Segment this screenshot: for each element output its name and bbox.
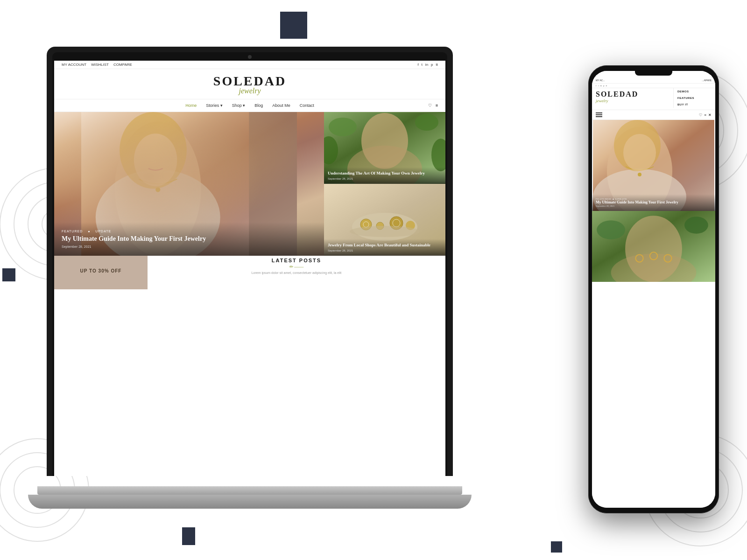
phone-screen: MY AC... ...APARE f t in p tt SOL <box>592 71 715 508</box>
phone-search-icon[interactable]: ✕ <box>708 113 712 117</box>
phone-side-svg <box>592 211 715 282</box>
phone-logo-main[interactable]: SOLEDAD <box>596 90 669 98</box>
twitter-icon[interactable]: t <box>422 63 423 67</box>
side-post-1-date: September 28, 2021 <box>328 177 442 180</box>
hero-main-post[interactable]: FEATURED ● UPDATE My Ultimate Guide Into… <box>54 112 324 256</box>
phone-fb-icon[interactable]: f <box>596 84 597 87</box>
phone-logo-area: SOLEDAD jewelry <box>592 88 673 105</box>
side-post-1-title: Understanding The Art Of Making Your Own… <box>328 171 442 176</box>
phone-topbar-left: MY AC... <box>596 79 605 82</box>
svg-point-45 <box>638 173 641 176</box>
menu-icon[interactable]: ≡ <box>436 103 438 108</box>
svg-rect-17 <box>182 527 195 545</box>
phone-badge-update: UPDATE <box>615 198 627 200</box>
promo-box[interactable]: UP TO 30% OFF <box>54 252 148 289</box>
phone-badge-featured: FEATURED <box>596 198 612 200</box>
phone-demos-link[interactable]: DEMOS <box>677 90 712 93</box>
phone-tt-icon[interactable]: tt <box>606 84 607 87</box>
nav-contact[interactable]: Contact <box>300 103 314 108</box>
topbar-social: f t in p tt <box>417 63 438 67</box>
side-post-2-overlay: Jewelry From Local Shops Are Beautiful a… <box>324 239 445 256</box>
latest-posts-section: LATEST POSTS ✏ —— Lorem ipsum dolor sit … <box>148 252 445 289</box>
topbar-compare[interactable]: COMPARE <box>113 63 132 67</box>
nav-blog[interactable]: Blog <box>254 103 263 108</box>
tiktok-icon[interactable]: tt <box>436 63 438 67</box>
edit-icon: ✏ —— <box>157 264 436 269</box>
site-header: SOLEDAD jewelry <box>54 69 445 99</box>
phone-hero-img[interactable]: FEATURED ● UPDATE My Ultimate Guide Into… <box>592 120 715 211</box>
wishlist-icon[interactable]: ♡ <box>428 103 432 108</box>
side-post-2[interactable]: Jewelry From Local Shops Are Beautiful a… <box>324 184 445 256</box>
side-post-1[interactable]: Understanding The Art Of Making Your Own… <box>324 112 445 184</box>
topbar-my-account[interactable]: MY ACCOUNT <box>62 63 86 67</box>
site-topbar: MY ACCOUNT WISHLIST COMPARE f t in p tt <box>54 61 445 69</box>
phone-hero-date: September 28, 2021 <box>596 205 712 207</box>
side-post-1-overlay: Understanding The Art Of Making Your Own… <box>324 167 445 184</box>
hero-badges: FEATURED ● UPDATE <box>62 230 317 233</box>
laptop-screen: MY ACCOUNT WISHLIST COMPARE f t in p tt <box>54 61 445 476</box>
laptop-body: MY ACCOUNT WISHLIST COMPARE f t in p tt <box>47 47 453 476</box>
site-bottom: UP TO 30% OFF LATEST POSTS ✏ —— Lorem ip… <box>54 252 445 289</box>
nav-home[interactable]: Home <box>185 103 197 108</box>
hero-grid: FEATURED ● UPDATE My Ultimate Guide Into… <box>54 112 445 252</box>
laptop-base <box>37 486 462 495</box>
hero-overlay: FEATURED ● UPDATE My Ultimate Guide Into… <box>54 222 324 256</box>
phone-tw-icon[interactable]: t <box>598 84 599 87</box>
svg-rect-15 <box>2 268 15 281</box>
phone-social-bar: f t in p tt <box>592 84 715 88</box>
nav-shop[interactable]: Shop ▾ <box>232 103 246 108</box>
latest-excerpt: Lorem ipsum dolor sit amet, consectetuer… <box>157 271 436 274</box>
svg-point-23 <box>120 112 187 189</box>
side-post-2-date: September 28, 2021 <box>328 249 442 252</box>
phone-topbar: MY AC... ...APARE <box>592 77 715 84</box>
site-logo-main[interactable]: SOLEDAD <box>54 75 445 88</box>
svg-point-22 <box>155 187 160 192</box>
nav-about[interactable]: About Me <box>272 103 290 108</box>
svg-point-54 <box>597 220 625 239</box>
badge-update: UPDATE <box>95 230 111 233</box>
phone-notch <box>635 71 672 76</box>
facebook-icon[interactable]: f <box>417 63 418 67</box>
phone-side-img[interactable] <box>592 211 715 284</box>
svg-rect-18 <box>551 541 562 553</box>
phone-menu-icon[interactable]: ≡ <box>704 113 706 117</box>
topbar-wishlist[interactable]: WISHLIST <box>91 63 109 67</box>
hero-date: September 28, 2021 <box>62 245 317 248</box>
phone-hero-overlay: FEATURED ● UPDATE My Ultimate Guide Into… <box>592 194 715 211</box>
phone-wishlist-icon[interactable]: ♡ <box>699 113 702 117</box>
side-posts: Understanding The Art Of Making Your Own… <box>324 112 445 256</box>
phone-topbar-right: ...APARE <box>702 79 712 82</box>
phone-website: MY AC... ...APARE f t in p tt SOL <box>592 71 715 508</box>
phone-ig-icon[interactable]: in <box>600 84 602 87</box>
phone-hero-title[interactable]: My Ultimate Guide Into Making Your First… <box>596 200 712 205</box>
laptop-bezel: MY ACCOUNT WISHLIST COMPARE f t in p tt <box>52 52 447 476</box>
svg-point-25 <box>134 133 177 186</box>
topbar-nav: MY ACCOUNT WISHLIST COMPARE <box>62 63 132 67</box>
laptop-camera <box>248 55 252 59</box>
phone-pt-icon[interactable]: p <box>603 84 605 87</box>
laptop-website: MY ACCOUNT WISHLIST COMPARE f t in p tt <box>54 61 445 476</box>
phone-sidebar-menu: DEMOS FEATURES BUY IT <box>673 88 715 108</box>
svg-point-55 <box>684 217 708 234</box>
laptop-mockup: MY ACCOUNT WISHLIST COMPARE f t in p tt <box>47 28 453 523</box>
svg-point-29 <box>329 118 357 136</box>
phone-nav-bar: ♡ ≡ ✕ <box>592 110 715 120</box>
phone-mockup: MY AC... ...APARE f t in p tt SOL <box>588 65 719 513</box>
hero-title[interactable]: My Ultimate Guide Into Making Your First… <box>62 235 317 243</box>
main-scene: MY ACCOUNT WISHLIST COMPARE f t in p tt <box>47 28 719 523</box>
laptop-foot <box>28 495 472 509</box>
latest-posts-title: LATEST POSTS <box>157 258 436 263</box>
phone-logo-sub[interactable]: jewelry <box>596 98 669 103</box>
promo-text: UP TO 30% OFF <box>80 268 122 273</box>
pinterest-icon[interactable]: p <box>431 63 433 67</box>
nav-stories[interactable]: Stories ▾ <box>206 103 223 108</box>
phone-buyit-link[interactable]: BUY IT <box>677 103 712 106</box>
phone-features-link[interactable]: FEATURES <box>677 97 712 99</box>
phone-hamburger[interactable] <box>596 112 602 118</box>
instagram-icon[interactable]: in <box>425 63 428 67</box>
badge-dot: ● <box>88 230 90 233</box>
site-logo-sub[interactable]: jewelry <box>54 87 445 95</box>
svg-point-47 <box>623 134 656 171</box>
svg-point-30 <box>415 114 438 131</box>
site-nav: Home Stories ▾ Shop ▾ Blog About Me Cont… <box>54 99 445 112</box>
